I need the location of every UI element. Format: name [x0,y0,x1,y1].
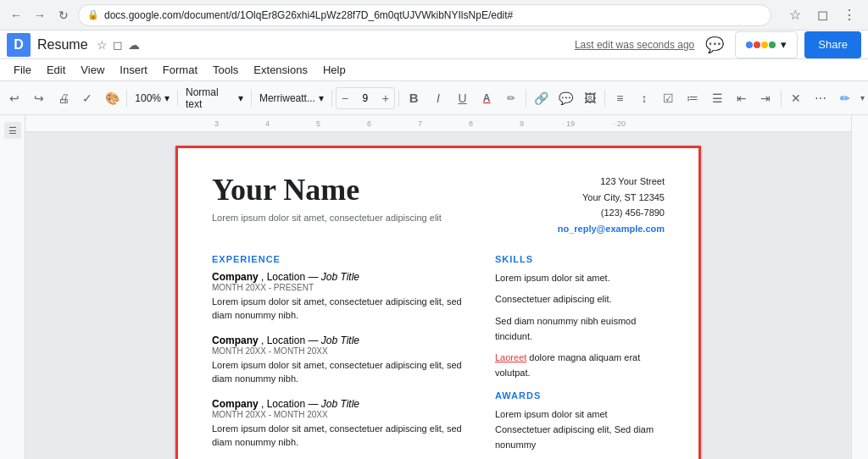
contact-street[interactable]: 123 Your Street [558,174,665,190]
awards-para-2[interactable]: Nibh euismod tincidunt ut laoreet dolore… [495,456,665,459]
decrease-indent-button[interactable]: ⇤ [730,86,753,110]
job-desc-3[interactable]: Lorem ipsum dolor sit amet, consectetuer… [212,422,475,450]
job-title-line-1: Company , Location — Job Title [212,271,475,283]
star-icon[interactable]: ☆ [97,38,108,52]
bullet-list-button[interactable]: ≔ [682,86,704,110]
checklist-button[interactable]: ☑ [657,86,680,110]
awards-para-1[interactable]: Lorem ipsum dolor sit amet Consectetuer … [495,407,665,452]
resume-tagline[interactable]: Lorem ipsum dolor sit amet, consectetuer… [212,213,442,223]
clear-format-button[interactable]: ✕ [785,86,808,110]
skills-link[interactable]: Laoreet [495,352,526,362]
contact-phone[interactable]: (123) 456-7890 [558,205,665,221]
folder-icon[interactable]: ◻ [113,38,123,52]
separator-6 [526,90,526,107]
image-button[interactable]: 🖼 [578,86,601,110]
font-size-decrease-button[interactable]: − [337,87,353,109]
last-edit-text: Last edit was seconds ago [575,39,694,51]
outline-icon[interactable]: ☰ [4,122,21,139]
resume-contact: 123 Your Street Your City, ST 12345 (123… [558,174,665,237]
job-entry-1: Company , Location — Job Title MONTH 20X… [212,271,475,323]
menu-insert[interactable]: Insert [113,62,154,78]
skills-para-3[interactable]: Sed diam nonummy nibh euismod tincidunt. [495,314,665,344]
forward-button[interactable]: → [31,6,49,25]
contact-email[interactable]: no_reply@example.com [558,221,665,237]
job-date-3: MONTH 20XX - MONTH 20XX [212,410,475,419]
highlight-button[interactable]: ✏ [500,86,523,110]
google-colors-icon [746,41,776,48]
underline-button[interactable]: U [451,86,474,110]
more-button[interactable]: ⋯ [809,86,832,110]
docs-app-icon: D [7,33,31,57]
contact-city[interactable]: Your City, ST 12345 [558,190,665,206]
separator-3 [251,90,252,107]
resume-name[interactable]: Your Name [212,174,442,207]
job-location-title-3[interactable]: , Location — Job Title [261,398,359,410]
address-bar[interactable]: 🔒 docs.google.com/document/d/1OlqEr8G26x… [78,4,771,26]
italic-button[interactable]: I [426,86,449,110]
separator-8 [781,90,782,107]
job-title-line-3: Company , Location — Job Title [212,398,475,410]
comment-inline-button[interactable]: 💬 [554,86,577,110]
back-button[interactable]: ← [7,6,25,25]
experience-section-title: EXPERIENCE [212,254,475,264]
reload-button[interactable]: ↻ [54,6,73,25]
extensions-icon[interactable]: ⋮ [837,3,861,27]
separator-7 [604,90,605,107]
style-select[interactable]: Normal text ▾ [181,87,248,109]
page: Your Name Lorem ipsum dolor sit amet, co… [175,146,701,459]
job-location-title-1[interactable]: , Location — Job Title [261,271,359,283]
company-1[interactable]: Company [212,271,259,283]
link-button[interactable]: 🔗 [530,86,553,110]
font-chevron-icon: ▾ [319,92,324,104]
undo-button[interactable]: ↩ [3,86,26,110]
job-desc-2[interactable]: Lorem ipsum dolor sit amet, consectetuer… [212,358,475,386]
menu-edit[interactable]: Edit [40,62,72,78]
doc-title: Resume [37,37,88,53]
line-spacing-button[interactable]: ↕ [633,86,656,110]
cloud-icon[interactable]: ☁ [128,38,140,52]
increase-indent-button[interactable]: ⇥ [754,86,777,110]
share-button[interactable]: Share [804,31,861,58]
resume-left-column: EXPERIENCE Company , Location — Job Titl… [212,251,475,459]
print-button[interactable]: 🖨 [52,86,75,110]
menu-tools[interactable]: Tools [206,62,245,78]
skills-para-4[interactable]: Laoreet dolore magna aliquam erat volutp… [495,351,665,380]
font-size-input[interactable] [353,88,377,108]
font-select[interactable]: Merriweatt... ▾ [255,87,328,109]
menu-extensions[interactable]: Extensions [247,62,314,78]
zoom-value: 100% [135,92,161,104]
job-location-title-2[interactable]: , Location — Job Title [261,335,359,346]
menu-view[interactable]: View [74,62,111,78]
company-3[interactable]: Company [212,398,259,410]
meet-button[interactable]: ▾ [735,31,798,58]
job-desc-1[interactable]: Lorem ipsum dolor sit amet, consectetuer… [212,295,475,323]
profile-icon[interactable]: ◻ [810,3,834,27]
edit-mode-button[interactable]: ✏ [833,86,857,110]
job-title-line-2: Company , Location — Job Title [212,335,475,346]
skills-para-1[interactable]: Lorem ipsum dolor sit amet. [495,271,665,286]
bold-button[interactable]: B [403,86,426,110]
menu-help[interactable]: Help [316,62,353,78]
zoom-select[interactable]: 100% ▾ [131,87,174,109]
doc-scroll[interactable]: Your Name Lorem ipsum dolor sit amet, co… [25,132,851,459]
awards-section-title: AWARDS [495,390,665,401]
redo-button[interactable]: ↪ [28,86,51,110]
comment-button[interactable]: 💬 [701,31,728,58]
paint-format-button[interactable]: 🎨 [101,86,124,110]
font-size-increase-button[interactable]: + [377,87,394,109]
separator-5 [398,90,399,107]
resume-body: EXPERIENCE Company , Location — Job Titl… [212,251,665,459]
align-button[interactable]: ≡ [609,86,632,110]
spellcheck-button[interactable]: ✓ [76,86,99,110]
numbered-list-button[interactable]: ☰ [706,86,729,110]
skills-para-2[interactable]: Consectetuer adipiscing elit. [495,292,665,307]
separator-4 [331,90,332,107]
font-size-control[interactable]: − + [336,87,395,109]
company-2[interactable]: Company [212,335,259,346]
font-value: Merriweatt... [259,92,315,104]
bookmark-icon[interactable]: ☆ [783,3,807,27]
menu-file[interactable]: File [7,62,38,78]
menu-format[interactable]: Format [156,62,204,78]
text-color-button[interactable]: A [476,86,498,110]
lock-icon: 🔒 [87,9,99,20]
